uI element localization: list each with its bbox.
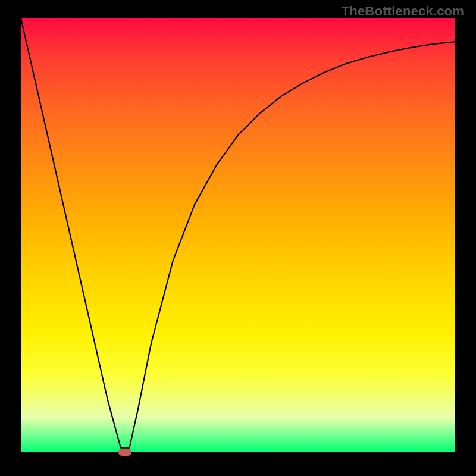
optimum-marker (118, 449, 131, 456)
watermark-text: TheBottleneck.com (342, 4, 464, 19)
plot-area (21, 18, 455, 452)
chart-frame: TheBottleneck.com (0, 0, 476, 476)
bottleneck-curve (21, 18, 455, 452)
